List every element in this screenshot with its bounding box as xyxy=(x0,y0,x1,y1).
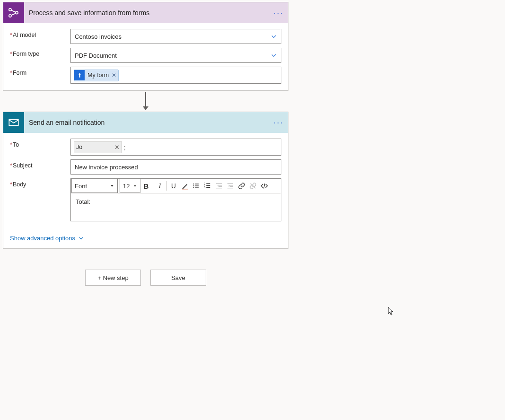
ai-model-label: AI model xyxy=(10,29,70,38)
mail-icon xyxy=(3,112,24,133)
svg-rect-18 xyxy=(219,185,222,185)
svg-rect-23 xyxy=(230,186,233,187)
to-token[interactable]: Jo ✕ xyxy=(74,141,122,153)
link-button[interactable] xyxy=(236,180,247,192)
svg-rect-4 xyxy=(182,189,188,189)
font-size-select[interactable]: 12 xyxy=(120,179,140,193)
editor-toolbar: Font 12 B I U xyxy=(71,179,281,193)
ai-model-select[interactable]: Contoso invoices xyxy=(70,29,281,44)
subject-input[interactable]: New invoice processed xyxy=(70,159,281,175)
code-view-button[interactable] xyxy=(259,180,270,192)
svg-rect-10 xyxy=(195,187,199,188)
new-step-button[interactable]: + New step xyxy=(85,270,141,286)
font-color-button[interactable] xyxy=(179,180,191,192)
attachment-icon xyxy=(74,70,85,80)
form-token[interactable]: My form ✕ xyxy=(74,70,119,81)
font-select[interactable]: Font xyxy=(71,179,118,193)
form-type-label: Form type xyxy=(10,48,70,57)
svg-rect-16 xyxy=(206,187,210,188)
form-token-remove[interactable]: ✕ xyxy=(112,72,116,79)
ai-builder-icon xyxy=(3,2,24,23)
step1-more-button[interactable]: ··· xyxy=(269,8,288,18)
body-textarea[interactable]: Total: xyxy=(71,193,281,221)
italic-button[interactable]: I xyxy=(154,180,165,192)
svg-point-0 xyxy=(9,9,11,11)
form-label: Form xyxy=(10,67,70,76)
svg-rect-19 xyxy=(219,186,222,187)
svg-rect-21 xyxy=(227,184,233,184)
form-type-value: PDF Document xyxy=(75,52,117,59)
show-advanced-link[interactable]: Show advanced options xyxy=(3,228,91,248)
indent-button[interactable] xyxy=(225,180,236,192)
unlink-button[interactable] xyxy=(247,180,259,192)
body-content: Total: xyxy=(76,198,90,205)
step1-header[interactable]: Process and save information from forms … xyxy=(3,2,288,23)
svg-point-1 xyxy=(9,15,11,17)
to-separator: ; xyxy=(124,144,126,151)
form-input[interactable]: My form ✕ xyxy=(70,67,281,84)
svg-point-5 xyxy=(193,184,194,184)
caret-down-icon xyxy=(110,184,114,188)
chevron-down-icon xyxy=(270,33,277,40)
step1-title: Process and save information from forms xyxy=(24,9,269,17)
to-input[interactable]: Jo ✕ ; xyxy=(70,139,281,156)
body-label: Body xyxy=(10,178,70,188)
step2-title: Send an email notification xyxy=(24,119,269,126)
svg-rect-20 xyxy=(216,188,222,188)
step2-more-button[interactable]: ··· xyxy=(269,118,288,128)
svg-text:3: 3 xyxy=(204,186,206,189)
to-token-label: Jo xyxy=(76,144,82,150)
chevron-down-icon xyxy=(270,52,277,59)
form-token-label: My form xyxy=(87,72,109,79)
flow-arrow xyxy=(3,91,288,112)
step-process-forms: Process and save information from forms … xyxy=(3,2,288,91)
save-button[interactable]: Save xyxy=(150,270,206,286)
cursor-icon xyxy=(388,306,394,316)
svg-rect-24 xyxy=(227,188,233,188)
svg-rect-15 xyxy=(206,185,210,186)
ai-model-value: Contoso invoices xyxy=(75,33,122,40)
svg-point-7 xyxy=(193,187,194,188)
svg-rect-3 xyxy=(9,120,18,126)
svg-rect-14 xyxy=(206,184,210,184)
caret-down-icon xyxy=(133,184,137,188)
subject-label: Subject xyxy=(10,159,70,169)
subject-value: New invoice processed xyxy=(75,164,138,171)
underline-button[interactable]: U xyxy=(168,180,179,192)
step2-header[interactable]: Send an email notification ··· xyxy=(3,112,288,133)
svg-rect-9 xyxy=(195,185,199,186)
step-send-email: Send an email notification ··· To Jo ✕ ; xyxy=(3,112,288,249)
svg-rect-22 xyxy=(230,185,233,185)
bold-button[interactable]: B xyxy=(140,180,152,192)
outdent-button[interactable] xyxy=(213,180,225,192)
svg-rect-8 xyxy=(195,184,199,184)
number-list-button[interactable]: 123 xyxy=(202,180,213,192)
bullet-list-button[interactable] xyxy=(191,180,202,192)
form-type-select[interactable]: PDF Document xyxy=(70,48,281,63)
to-label: To xyxy=(10,139,70,148)
svg-point-6 xyxy=(193,185,194,186)
to-token-remove[interactable]: ✕ xyxy=(114,144,120,151)
body-editor: Font 12 B I U xyxy=(70,178,281,221)
chevron-down-icon xyxy=(78,235,84,241)
svg-point-2 xyxy=(16,11,18,14)
svg-rect-17 xyxy=(216,184,222,184)
